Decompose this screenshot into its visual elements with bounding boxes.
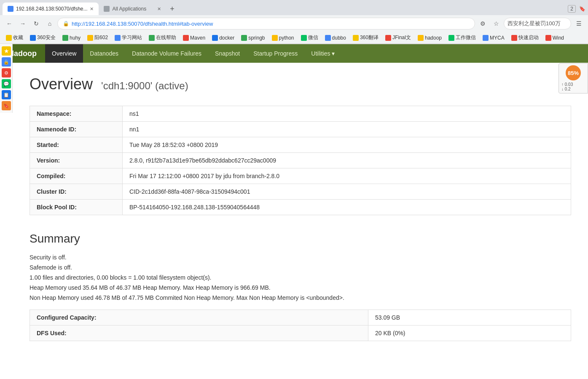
row-label: Compiled: — [30, 168, 123, 184]
back-button[interactable]: ← — [3, 18, 15, 29]
bookmark-python[interactable]: python — [269, 34, 297, 42]
row-label: Block Pool ID: — [30, 200, 123, 215]
bookmark-quickstart[interactable]: 快速启动 — [509, 33, 541, 42]
bookmark-icon — [483, 35, 489, 41]
bookmark-dubbo[interactable]: dubbo — [322, 34, 349, 42]
bookmark-label: 微信 — [308, 34, 318, 41]
tab-close-2[interactable]: ✕ — [157, 6, 161, 12]
sidebar-icon-bookmark[interactable]: 🔖 — [2, 101, 11, 110]
bookmark-icon — [6, 35, 12, 41]
nav-item-utilities[interactable]: Utilities ▾ — [304, 44, 341, 63]
bookmark-study[interactable]: 学习网站 — [112, 33, 145, 42]
bookmark-manager-icon[interactable]: 🔖 — [579, 6, 585, 12]
bookmark-icon — [241, 35, 247, 41]
nav-item-datanodes-label: Datanodes — [90, 50, 118, 57]
table-row: Namespace: ns1 — [30, 106, 571, 122]
tab-inactive[interactable]: All Applications ✕ — [99, 3, 166, 15]
settings-button[interactable]: ☰ — [573, 18, 585, 29]
extensions-button[interactable]: ⚙ — [477, 18, 489, 29]
row-value: Tue May 28 18:52:03 +0800 2019 — [123, 137, 571, 153]
bookmark-label: python — [279, 35, 294, 41]
summary-line: Security is off. — [30, 254, 571, 261]
row-label: Namenode ID: — [30, 122, 123, 137]
row-label: Started: — [30, 137, 123, 153]
nav-item-datanode-volume-failures-label: Datanode Volume Failures — [132, 50, 201, 57]
address-text: http://192.168.248.138:50070/dfshealth.h… — [72, 21, 213, 27]
tab-favicon-2 — [104, 6, 110, 12]
home-button[interactable]: ⌂ — [44, 18, 56, 29]
row-value: CID-2c1dd36f-88fa-4087-98ca-31509494c001 — [123, 184, 571, 200]
nav-item-startup-progress[interactable]: Startup Progress — [247, 44, 304, 63]
bookmark-icon — [272, 35, 278, 41]
bookmark-hadoop[interactable]: hadoop — [415, 34, 444, 42]
bookmark-help[interactable]: 在线帮助 — [146, 33, 179, 42]
sidebar-icon-msg[interactable]: 💬 — [2, 79, 11, 88]
sidebar-icon-star[interactable]: ★ — [2, 46, 11, 56]
bookmark-icon — [301, 35, 307, 41]
bookmark-star[interactable]: ☆ — [490, 18, 502, 29]
bookmark-docker[interactable]: docker — [209, 34, 237, 42]
summary-table: Configured Capacity: 53.09 GB DFS Used: … — [30, 310, 571, 341]
nav-item-datanode-volume-failures[interactable]: Datanode Volume Failures — [125, 44, 208, 63]
bookmark-maven[interactable]: Maven — [180, 34, 208, 42]
search-placeholder: 西安利之星被罚100万 — [507, 20, 561, 27]
hadoop-nav-items: Overview Datanodes Datanode Volume Failu… — [45, 44, 341, 63]
nav-item-utilities-label: Utilities ▾ — [311, 50, 335, 57]
nav-item-overview[interactable]: Overview — [45, 44, 83, 63]
reload-button[interactable]: ↻ — [30, 18, 42, 29]
forward-button[interactable]: → — [17, 18, 29, 29]
main-content: Overview 'cdh1:9000' (active) Namespace:… — [13, 63, 588, 354]
table-row: Cluster ID: CID-2c1dd36f-88fa-4087-98ca-… — [30, 184, 571, 200]
tab-close-1[interactable]: ✕ — [90, 6, 94, 12]
search-bar[interactable]: 西安利之星被罚100万 — [504, 18, 571, 29]
summary-heading: Summary — [30, 232, 571, 246]
summary-lines: Security is off.Safemode is off.1.00 fil… — [30, 254, 571, 301]
address-bar[interactable]: 🔒 http://192.168.248.138:50070/dfshealth… — [57, 18, 475, 29]
bookmark-label: dubbo — [332, 35, 346, 41]
bookmark-icon — [511, 35, 517, 41]
row-label: Configured Capacity: — [30, 310, 368, 326]
tab-active[interactable]: 192.168.248.138:50070/dfshe... ✕ — [3, 3, 99, 15]
bookmark-wind[interactable]: Wind — [543, 34, 567, 42]
overview-heading: Overview 'cdh1:9000' (active) — [30, 75, 571, 93]
bookmark-360safe[interactable]: 360安全 — [27, 33, 58, 42]
bookmark-icon — [325, 35, 331, 41]
tab-count: 2 — [568, 5, 576, 13]
bookmark-icon — [149, 35, 155, 41]
bookmark-huhy[interactable]: huhy — [60, 34, 83, 42]
bookmark-label: 360安全 — [37, 34, 56, 41]
overview-subtitle: 'cdh1:9000' (active) — [101, 80, 188, 91]
bookmark-favorites[interactable]: 收藏 — [3, 33, 26, 42]
bookmarks-bar: 收藏 360安全 huhy 阳602 学习网站 在线帮助 Maven dock — [0, 32, 588, 44]
nav-item-datanodes[interactable]: Datanodes — [83, 44, 125, 63]
bookmark-label: 学习网站 — [122, 34, 142, 41]
table-row: Block Pool ID: BP-514164050-192.168.248.… — [30, 200, 571, 215]
sidebar-icon-lock[interactable]: 🔒 — [2, 57, 11, 67]
bookmark-label: 阳602 — [94, 34, 108, 41]
bookmark-360translate[interactable]: 360翻译 — [350, 33, 381, 42]
bookmark-label: docker — [219, 35, 234, 41]
nav-item-snapshot[interactable]: Snapshot — [208, 44, 247, 63]
sidebar-icon-gear[interactable]: ⚙ — [2, 68, 11, 77]
security-icon: 🔒 — [63, 21, 69, 27]
new-tab-button[interactable]: + — [166, 3, 178, 15]
bookmark-jfinal[interactable]: JFinal文 — [383, 33, 413, 42]
table-row: Started: Tue May 28 18:52:03 +0800 2019 — [30, 137, 571, 153]
bookmark-spring[interactable]: springb — [239, 34, 267, 42]
bookmark-myca[interactable]: MYCA — [480, 34, 507, 42]
bookmark-label: Maven — [190, 35, 205, 41]
sidebar-icon-note[interactable]: 📋 — [2, 90, 11, 99]
bookmark-602[interactable]: 阳602 — [85, 33, 110, 42]
bookmark-icon — [30, 35, 36, 41]
row-value: nn1 — [123, 122, 571, 137]
summary-line: Non Heap Memory used 46.78 MB of 47.75 M… — [30, 294, 571, 301]
bookmark-workchat[interactable]: 工作微信 — [446, 33, 478, 42]
row-value: 2.8.0, r91f2b7a13d1e97be65db92ddabc627cc… — [123, 153, 571, 168]
row-label: Cluster ID: — [30, 184, 123, 200]
row-value: 20 KB (0%) — [368, 326, 571, 341]
left-sidebar: ★ 🔒 ⚙ 💬 📋 🔖 — [0, 44, 13, 113]
summary-line: Safemode is off. — [30, 264, 571, 271]
row-label: Namespace: — [30, 106, 123, 122]
bookmark-icon — [353, 35, 359, 41]
bookmark-wechat[interactable]: 微信 — [298, 33, 321, 42]
